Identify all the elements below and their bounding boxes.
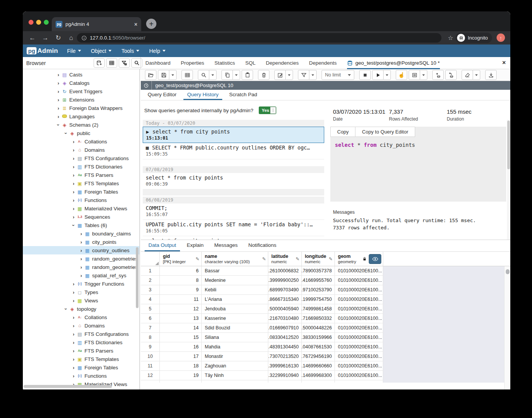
cell-name[interactable]: Zaghouan <box>202 361 268 370</box>
cell-gid[interactable]: 19 <box>160 371 202 380</box>
tree-item-spatial-ref-sys[interactable]: ›▦spatial_ref_sys <box>23 271 139 280</box>
chevron-collapsed-icon[interactable]: › <box>71 373 76 379</box>
row-number[interactable]: 11 <box>141 361 160 370</box>
minimize-window-button[interactable] <box>36 20 41 25</box>
cell-geom[interactable]: 0101000020E6100... <box>335 361 383 370</box>
cell-gid[interactable]: 9 <box>160 285 202 294</box>
menu-file[interactable]: File <box>67 48 81 54</box>
chevron-collapsed-icon[interactable]: › <box>71 197 76 203</box>
cell-gid[interactable]: 17 <box>160 352 202 361</box>
cell-gid[interactable]: 12 <box>160 304 202 313</box>
chevron-collapsed-icon[interactable]: › <box>56 105 61 111</box>
tree-item-fts-templates[interactable]: ›▣FTS Templates <box>23 355 139 363</box>
tree-item-fts-configurations[interactable]: ›▤FTS Configurations <box>23 330 139 338</box>
copy-rows-button[interactable] <box>221 70 233 80</box>
close-window-button[interactable] <box>29 20 33 25</box>
tree-item-materialized-views[interactable]: ›▦Materialized Views <box>23 204 139 213</box>
cell-longitude[interactable]: 1.04087661530 <box>302 342 335 351</box>
cell-latitude[interactable]: .86667315340 <box>268 295 302 304</box>
sidebar-vertical-scrollbar[interactable] <box>136 247 139 308</box>
find-dropdown-button[interactable] <box>209 70 217 80</box>
row-number[interactable]: 4 <box>141 295 160 304</box>
chevron-collapsed-icon[interactable]: › <box>71 356 76 362</box>
chevron-expanded-icon[interactable]: › <box>63 306 69 312</box>
tree-item-foreign-tables[interactable]: ›▦Foreign Tables <box>23 188 139 196</box>
cell-geom[interactable]: 0101000020E6100... <box>335 352 383 361</box>
chevron-collapsed-icon[interactable]: › <box>56 89 61 94</box>
cell-longitude[interactable]: 9.50000448226 <box>302 323 335 332</box>
cell-name[interactable]: Bassar <box>202 266 268 275</box>
chevron-expanded-icon[interactable]: › <box>56 122 61 128</box>
history-scrollbar-thumb[interactable] <box>507 121 510 169</box>
row-limit-select[interactable]: No limit <box>322 70 354 80</box>
chevron-collapsed-icon[interactable]: › <box>71 147 76 153</box>
cell-longitude[interactable]: 0.19999754750 <box>302 295 335 304</box>
cell-geom[interactable]: 0101000020E6100... <box>335 323 383 332</box>
cell-longitude[interactable]: 0.14699660660 <box>302 361 335 370</box>
cell-gid[interactable]: 6 <box>160 266 202 275</box>
filter-button[interactable] <box>298 70 309 80</box>
clear-dropdown-button[interactable] <box>473 70 480 80</box>
tab-scratch-pad[interactable]: Scratch Pad <box>225 90 261 100</box>
internal-queries-toggle[interactable]: Yes <box>259 106 276 114</box>
column-header-geom[interactable]: geomgeometry <box>335 252 383 266</box>
chevron-collapsed-icon[interactable]: › <box>71 164 76 170</box>
chevron-collapsed-icon[interactable]: › <box>71 214 76 220</box>
db-sync-button[interactable] <box>94 58 105 68</box>
tree-item-collations[interactable]: ›A↓Collations <box>23 313 139 321</box>
cell-gid[interactable]: 13 <box>160 314 202 323</box>
tree-item-event-triggers[interactable]: ›↻Event Triggers <box>23 87 139 95</box>
cell-gid[interactable]: 15 <box>160 333 202 342</box>
cell-longitude[interactable]: 0.76729456190 <box>302 352 335 361</box>
cell-name[interactable]: L’Ariana <box>202 295 268 304</box>
menu-object[interactable]: Object <box>91 48 111 54</box>
filter-grid-button[interactable] <box>119 58 130 68</box>
site-info-icon[interactable] <box>81 35 87 41</box>
cell-geom[interactable]: 0101000020E6100... <box>335 285 383 294</box>
chevron-collapsed-icon[interactable]: › <box>78 239 84 245</box>
edit-options-button[interactable] <box>274 70 286 80</box>
select-all-header[interactable] <box>141 252 160 266</box>
chevron-collapsed-icon[interactable]: › <box>78 264 84 270</box>
history-entry[interactable]: ▦SELECT * FROM public.country_outlines O… <box>143 143 324 159</box>
tab-dependents[interactable]: Dependents <box>309 57 337 69</box>
cell-name[interactable]: Monastir <box>202 352 268 361</box>
download-results-button[interactable] <box>485 70 497 80</box>
view-geometry-button[interactable] <box>369 254 381 264</box>
tree-item-collations[interactable]: ›A↓Collations <box>23 137 139 146</box>
tab-query-editor[interactable]: Query Editor <box>144 90 180 100</box>
cell-name[interactable]: Mahdia <box>202 342 268 351</box>
cancel-query-button[interactable] <box>359 70 371 80</box>
tree-item-extensions[interactable]: ›⊞Extensions <box>23 95 139 104</box>
tab-data-output[interactable]: Data Output <box>145 240 180 251</box>
cell-geom[interactable]: 0101000020E6100... <box>335 295 383 304</box>
forward-icon[interactable]: → <box>42 34 49 42</box>
close-panel-icon[interactable]: × <box>502 59 506 66</box>
tree-item-views[interactable]: ›▦Views <box>23 296 139 305</box>
tree-item-fts-dictionaries[interactable]: ›▥FTS Dictionaries <box>23 162 139 171</box>
browser-tab[interactable]: pg pgAdmin 4 × <box>52 17 141 31</box>
history-entry[interactable]: UPDATE public.city_points SET name = 'Fl… <box>143 220 324 236</box>
tab-dashboard[interactable]: Dashboard <box>145 57 170 69</box>
column-header-name[interactable]: namecharacter varying (100)✎ <box>202 252 268 266</box>
tab-dependencies[interactable]: Dependencies <box>266 57 299 69</box>
tree-item-fts-dictionaries[interactable]: ›▥FTS Dictionaries <box>23 338 139 346</box>
commit-button[interactable] <box>432 70 444 80</box>
chevron-collapsed-icon[interactable]: › <box>71 323 76 329</box>
cell-latitude[interactable]: .48391304450 <box>268 342 302 351</box>
tree-item-functions[interactable]: ›{≡}Functions <box>23 372 139 380</box>
tab-messages[interactable]: Messages <box>210 240 242 251</box>
cell-geom[interactable]: 0101000020E6100... <box>335 342 383 351</box>
tree-item-foreign-tables[interactable]: ›▦Foreign Tables <box>23 363 139 372</box>
cell-name[interactable]: Siliana <box>202 333 268 342</box>
row-number[interactable]: 5 <box>141 304 160 313</box>
chevron-collapsed-icon[interactable]: › <box>56 80 61 86</box>
cell-latitude[interactable]: .39999616130 <box>268 361 302 370</box>
cell-name[interactable]: Jendouba <box>202 304 268 313</box>
history-entry[interactable]: COMMIT;16:55:07 <box>143 203 324 220</box>
tab-query-history[interactable]: Query History <box>183 90 223 100</box>
clear-button[interactable] <box>462 70 473 80</box>
cell-geom[interactable]: 0101000020E6100... <box>335 304 383 313</box>
cell-latitude[interactable]: .32299910940 <box>268 371 302 380</box>
cell-longitude[interactable]: 0.41669955760 <box>302 276 335 285</box>
